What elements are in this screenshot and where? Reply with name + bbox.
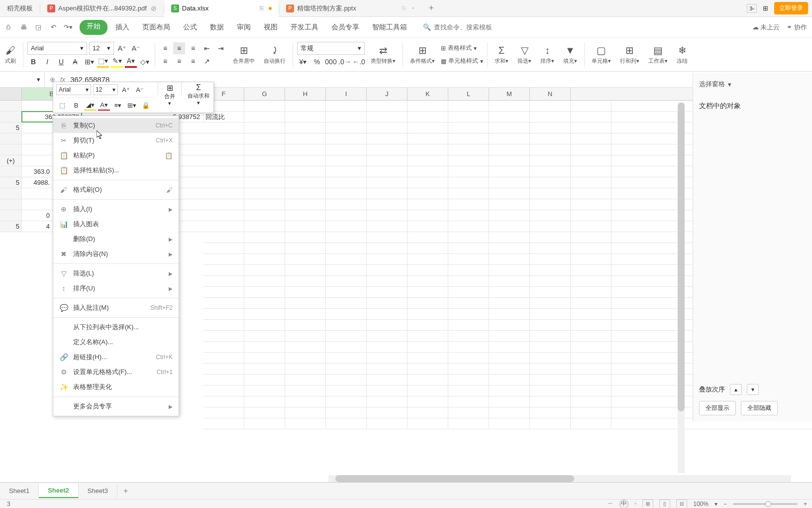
col-header-g[interactable]: G	[244, 88, 285, 100]
menu-tab-member[interactable]: 会员专享	[326, 20, 364, 35]
mini-align-button[interactable]: ≡▾	[112, 100, 124, 111]
menu-tab-data[interactable]: 数据	[205, 20, 229, 35]
ctx-item-cut[interactable]: ✂ 剪切(T) Ctrl+X	[53, 133, 179, 148]
worksheet-button[interactable]: ▤工作表▾	[645, 40, 671, 70]
collab-button[interactable]: ⚭ 协作	[787, 23, 807, 32]
cell-button[interactable]: ▢单元格▾	[589, 40, 614, 70]
menu-tab-insert[interactable]: 插入	[110, 20, 134, 35]
vertical-scrollbar[interactable]	[678, 103, 685, 473]
border-button[interactable]: ⊞▾	[83, 56, 95, 68]
cell-b11[interactable]: 4	[22, 221, 52, 232]
add-sheet-button[interactable]: +	[117, 487, 134, 496]
zoom-in-icon[interactable]: +	[804, 501, 807, 508]
fill-color-button[interactable]: ⬚▾	[97, 56, 109, 68]
menu-tab-smart[interactable]: 智能工具箱	[367, 20, 412, 35]
tab-pptx[interactable]: P 精馏塔控制方案.pptx ⎘ •	[279, 0, 421, 17]
ctx-item-sort[interactable]: ↕ 排序(U) ▶	[53, 281, 179, 296]
redo-icon[interactable]: ↷▾	[63, 22, 74, 33]
sum-button[interactable]: Σ求和▾	[492, 40, 511, 70]
align-right-icon[interactable]: ≡	[187, 55, 199, 67]
dec-decimal-icon[interactable]: ←.0	[353, 56, 365, 68]
ctx-item-link[interactable]: 🔗 超链接(H)... Ctrl+K	[53, 350, 179, 365]
horizontal-scrollbar[interactable]	[328, 475, 791, 482]
menu-tab-view[interactable]: 视图	[259, 20, 283, 35]
align-bottom-icon[interactable]: ≡	[187, 42, 199, 54]
sheet-tab-2-active[interactable]: Sheet2	[39, 484, 79, 498]
format-painter-group[interactable]: 🖌 式刷	[2, 40, 19, 70]
menu-tab-formula[interactable]: 公式	[178, 20, 202, 35]
mini-merge-button[interactable]: ⊞合并▾	[160, 82, 179, 113]
cell-b7[interactable]: 363.0	[22, 166, 52, 177]
zoom-slider[interactable]	[733, 503, 798, 505]
ctx-item-item[interactable]: 从下拉列表中选择(K)...	[53, 320, 179, 335]
show-all-button[interactable]: 全部显示	[699, 401, 736, 415]
mini-color-button[interactable]: A▾	[98, 100, 110, 111]
align-middle-icon[interactable]: ≡	[173, 42, 185, 54]
indent-dec-icon[interactable]: ⇤	[201, 42, 213, 54]
sheet-tab-3[interactable]: Sheet3	[79, 484, 117, 498]
col-header-l[interactable]: L	[448, 88, 489, 100]
increase-font-icon[interactable]: A⁺	[116, 42, 128, 54]
tab-pdf[interactable]: P Aspen模拟软件在...849392.pdf ⊘	[40, 0, 164, 17]
login-button[interactable]: 立即登录	[774, 2, 808, 14]
mini-lock-icon[interactable]: 🔒	[140, 100, 152, 111]
tab-xlsx-active[interactable]: S Data.xlsx ⎘	[164, 0, 279, 17]
mini-size-select[interactable]: 12▾	[93, 84, 118, 95]
mini-font-select[interactable]: Arial▾	[56, 84, 91, 95]
ctx-item-paste[interactable]: 📋 粘贴(P) 📋	[53, 148, 179, 163]
table-style-button[interactable]: ⊞表格样式▾	[441, 42, 483, 54]
view-normal-icon[interactable]: ⊞	[642, 500, 653, 508]
ctx-item-beautify[interactable]: ✨ 表格整理美化	[53, 380, 179, 394]
view-page-icon[interactable]: ▯	[659, 500, 670, 508]
filter-button[interactable]: ▽筛选▾	[514, 40, 534, 70]
ctx-item-chart[interactable]: 📊 插入图表	[53, 217, 179, 232]
ctx-item-item[interactable]: 定义名称(A)...	[53, 335, 179, 350]
menu-tab-dev[interactable]: 开发工具	[286, 20, 323, 35]
sheet-tab-1[interactable]: Sheet1	[0, 484, 39, 498]
preview-icon[interactable]: ◲	[33, 22, 44, 33]
currency-icon[interactable]: ¥▾	[297, 56, 309, 68]
cond-format-button[interactable]: ⊞ 条件格式▾	[407, 40, 438, 70]
number-format-select[interactable]: 常规▾	[297, 42, 365, 55]
row-header[interactable]	[0, 112, 22, 122]
col-header-i[interactable]: I	[326, 88, 367, 100]
decrease-font-icon[interactable]: A⁻	[130, 42, 142, 54]
col-header-j[interactable]: J	[367, 88, 407, 100]
apps-icon[interactable]: ⊞	[763, 4, 768, 12]
ctx-item-copy[interactable]: ⎘ 复制(C) Ctrl+C	[53, 118, 179, 133]
font-color-button[interactable]: A▾	[125, 56, 137, 68]
row-header[interactable]: (+)	[0, 155, 22, 166]
ctx-item-paste-special[interactable]: 📋 选择性粘贴(S)...	[53, 163, 179, 178]
hide-all-button[interactable]: 全部隐藏	[741, 401, 778, 415]
type-convert-button[interactable]: ⇄ 类型转换▾	[368, 40, 399, 70]
mini-border-button[interactable]: ⊞▾	[126, 100, 138, 111]
move-down-button[interactable]: ▾	[747, 384, 759, 395]
cell-b8[interactable]: 4988.	[22, 177, 52, 188]
menu-tab-start[interactable]: 开始	[80, 20, 107, 35]
align-top-icon[interactable]: ≡	[159, 42, 171, 54]
cell-reference-box[interactable]: ▾	[0, 72, 45, 87]
ctx-item-filter[interactable]: ▽ 筛选(L) ▶	[53, 266, 179, 281]
ctx-item-insert[interactable]: ⊕ 插入(I) ▶	[53, 202, 179, 217]
close-icon[interactable]: ⊘	[151, 4, 157, 12]
menu-tab-layout[interactable]: 页面布局	[137, 20, 175, 35]
tab-template[interactable]: 稻壳模板	[0, 0, 40, 17]
row-header[interactable]: 5	[0, 221, 22, 232]
ctx-item-comment[interactable]: 💬 插入批注(M) Shift+F2	[53, 300, 179, 315]
ctx-item-item[interactable]: 更多会员专享 ▶	[53, 399, 179, 414]
ime-status[interactable]: ㄧ	[608, 500, 613, 508]
zoom-value[interactable]: 100%	[693, 501, 709, 508]
strike-button[interactable]: A	[69, 56, 81, 68]
ctx-item-format[interactable]: ⚙ 设置单元格格式(F)... Ctrl+1	[53, 365, 179, 380]
row-header[interactable]: 5	[0, 177, 22, 188]
row-header[interactable]: 5	[0, 123, 22, 133]
mini-autosum-button[interactable]: Σ自动求和▾	[184, 82, 213, 113]
mini-dec-font-icon[interactable]: A⁻	[134, 84, 146, 95]
freeze-button[interactable]: ❄冻结	[674, 40, 691, 70]
merge-center-button[interactable]: ⊞ 合并居中	[230, 40, 258, 70]
orientation-icon[interactable]: ↗	[201, 55, 213, 67]
mini-select-icon[interactable]: ⬚	[56, 100, 68, 111]
menu-tab-review[interactable]: 审阅	[232, 20, 256, 35]
comma-icon[interactable]: 000	[325, 56, 337, 68]
ctx-item-item[interactable]: 删除(D) ▶	[53, 232, 179, 247]
